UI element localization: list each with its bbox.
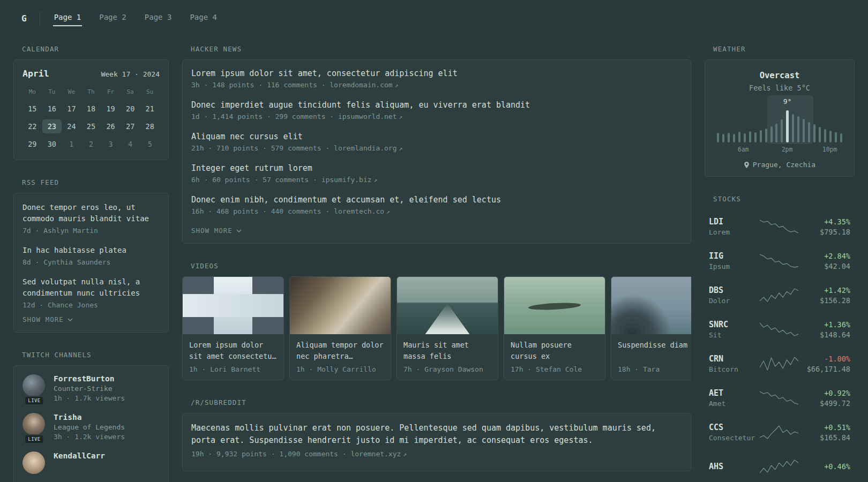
hn-item-meta: 6h · 60 points · 57 comments · ipsumify.… — [191, 176, 682, 184]
calendar-dow-label: Fr — [101, 86, 121, 98]
video-body: Lorem ipsum dolor sit amet consectetu…1h… — [183, 334, 283, 380]
video-thumbnail[interactable] — [290, 277, 391, 334]
calendar-day: 29 — [23, 137, 42, 151]
weather-bar — [786, 110, 789, 142]
sparkline-chart — [760, 390, 798, 405]
twitch-avatar-wrap: LIVE — [23, 413, 46, 441]
external-link-icon: ↗ — [395, 82, 399, 89]
video-card[interactable]: Nullam posuere cursus ex17h · Stefan Col… — [504, 276, 605, 380]
sparkline-chart — [760, 459, 798, 474]
video-thumbnail[interactable] — [504, 277, 605, 334]
twitch-channel-name[interactable]: KendallCarr — [54, 451, 105, 460]
external-link-icon: ↗ — [403, 451, 407, 458]
calendar-day: 15 — [23, 102, 42, 116]
video-card[interactable]: Suspendisse diam18h · Tara — [611, 276, 691, 380]
stock-row[interactable]: AETAmet+0.92%$499.72 — [709, 381, 850, 415]
twitch-category[interactable]: Counter-Strike — [54, 385, 125, 393]
twitch-category[interactable]: League of Legends — [54, 423, 125, 431]
twitch-meta: 1h · 1.7k viewers — [54, 394, 125, 402]
video-thumbnail[interactable] — [183, 277, 283, 334]
stock-row[interactable]: AHS+0.46% — [709, 449, 850, 482]
rss-item-title[interactable]: In hac habitasse platea — [23, 245, 160, 256]
rss-item-title[interactable]: Sed volutpat nulla nisl, a condimentum n… — [23, 276, 160, 299]
hn-item-domain[interactable]: ipsumify.biz — [321, 176, 372, 184]
video-thumbnail[interactable] — [611, 277, 691, 334]
stock-ticker: SNRC — [709, 320, 760, 329]
video-meta: 17h · Stefan Cole — [511, 365, 598, 373]
nav-tab-2[interactable]: Page 2 — [98, 11, 128, 26]
video-thumbnail[interactable] — [397, 277, 498, 334]
twitch-widget: TWITCH CHANNELS LIVEForrestBurtonCounter… — [13, 351, 169, 482]
calendar-day: 21 — [140, 102, 160, 116]
subreddit-item-title[interactable]: Maecenas mollis pulvinar erat non posuer… — [191, 422, 682, 447]
twitch-channel[interactable]: LIVETrishaLeague of Legends3h · 1.2k vie… — [23, 413, 160, 441]
hn-show-more-button[interactable]: SHOW MORE — [191, 227, 242, 235]
hn-item-domain[interactable]: loremtech.co — [334, 207, 384, 215]
twitch-channel[interactable]: LIVEForrestBurtonCounter-Strike1h · 1.7k… — [23, 374, 160, 402]
rss-show-more-button[interactable]: SHOW MORE — [23, 315, 73, 323]
stock-name: Bitcorn — [709, 365, 760, 373]
hn-item-title[interactable]: Aliquam nec cursus elit — [191, 132, 682, 141]
twitch-channel-name[interactable]: ForrestBurton — [54, 374, 125, 383]
stock-ticker: CCS — [709, 423, 760, 432]
video-title[interactable]: Suspendisse diam — [618, 340, 691, 362]
video-title[interactable]: Aliquam tempor dolor nec pharetra… — [296, 340, 384, 362]
weather-bar — [840, 133, 842, 142]
rss-item-title[interactable]: Donec tempor eros leo, ut commodo mauris… — [23, 202, 160, 224]
app-logo[interactable]: G — [21, 13, 27, 24]
stock-ticker: AHS — [709, 462, 760, 471]
subreddit-item-domain[interactable]: loremnet.xyz — [350, 450, 401, 458]
stock-row[interactable]: CCSConsectetur+0.51%$165.84 — [709, 415, 850, 449]
video-title[interactable]: Mauris sit amet massa felis — [403, 340, 491, 362]
hn-item-title[interactable]: Donec enim nibh, condimentum et accumsan… — [191, 195, 682, 205]
twitch-channel[interactable]: KendallCarr — [23, 451, 160, 474]
calendar-dow-label: Su — [140, 86, 160, 98]
nav-tab-3[interactable]: Page 3 — [144, 11, 173, 26]
calendar-day: 20 — [121, 102, 140, 116]
stock-row[interactable]: LDILorem+4.35%$795.18 — [709, 209, 850, 244]
avatar — [23, 374, 45, 397]
chevron-down-icon — [68, 318, 73, 321]
video-card[interactable]: Aliquam tempor dolor nec pharetra…1h · M… — [289, 276, 391, 380]
video-card[interactable]: Mauris sit amet massa felis7h · Grayson … — [396, 276, 498, 380]
calendar-dow-label: Tu — [42, 86, 62, 98]
stock-change: +0.46% — [799, 462, 850, 471]
stock-row[interactable]: DBSDolor+1.42%$156.28 — [709, 278, 850, 312]
video-title[interactable]: Nullam posuere cursus ex — [511, 340, 598, 362]
twitch-channel-info: TrishaLeague of Legends3h · 1.2k viewers — [54, 413, 125, 441]
hn-item-domain[interactable]: loremdomain.com — [330, 81, 392, 89]
stock-row[interactable]: CRNBitcorn-1.00%$66,171.48 — [709, 347, 850, 381]
twitch-list: LIVEForrestBurtonCounter-Strike1h · 1.7k… — [23, 374, 160, 474]
video-meta: 18h · Tara — [618, 365, 691, 373]
hn-item-domain[interactable]: loremlandia.org — [334, 144, 396, 152]
hn-item-title[interactable]: Integer eget rutrum lorem — [191, 163, 682, 173]
subreddit-list: Maecenas mollis pulvinar erat non posuer… — [191, 422, 682, 458]
nav-tab-4[interactable]: Page 4 — [189, 11, 218, 26]
stock-change: +1.42% — [799, 286, 850, 295]
stock-row[interactable]: IIGIpsum+2.84%$42.04 — [709, 244, 850, 278]
hn-item-domain[interactable]: ipsumworld.net — [338, 112, 397, 120]
twitch-section-title: TWITCH CHANNELS — [13, 351, 169, 359]
calendar-dow-label: Th — [81, 86, 101, 98]
stock-values: +0.51%$165.84 — [799, 423, 850, 442]
video-body: Aliquam tempor dolor nec pharetra…1h · M… — [290, 334, 391, 380]
hn-item: Aliquam nec cursus elit21h · 710 points … — [191, 132, 682, 152]
stock-ticker: AET — [709, 388, 760, 398]
video-card[interactable]: Lorem ipsum dolor sit amet consectetu…1h… — [182, 276, 284, 380]
stock-info: CRNBitcorn — [709, 354, 760, 373]
video-title[interactable]: Lorem ipsum dolor sit amet consectetu… — [189, 340, 277, 362]
stock-values: +4.35%$795.18 — [799, 217, 850, 236]
stock-name: Dolor — [709, 297, 760, 305]
weather-chart: 9° — [717, 110, 842, 142]
hn-item-title[interactable]: Lorem ipsum dolor sit amet, consectetur … — [191, 69, 682, 78]
nav-tab-1[interactable]: Page 1 — [53, 11, 83, 26]
subreddit-card: Maecenas mollis pulvinar erat non posuer… — [182, 413, 691, 471]
stock-row[interactable]: SNRCSit+1.36%$148.64 — [709, 312, 850, 347]
twitch-card: LIVEForrestBurtonCounter-Strike1h · 1.7k… — [13, 365, 169, 482]
stock-info: IIGIpsum — [709, 251, 760, 270]
hn-item-title[interactable]: Donec imperdiet augue tincidunt felis al… — [191, 100, 682, 110]
stock-info: DBSDolor — [709, 285, 760, 305]
videos-section-title: VIDEOS — [182, 262, 691, 270]
external-link-icon: ↗ — [399, 114, 403, 120]
twitch-channel-name[interactable]: Trisha — [54, 413, 125, 421]
